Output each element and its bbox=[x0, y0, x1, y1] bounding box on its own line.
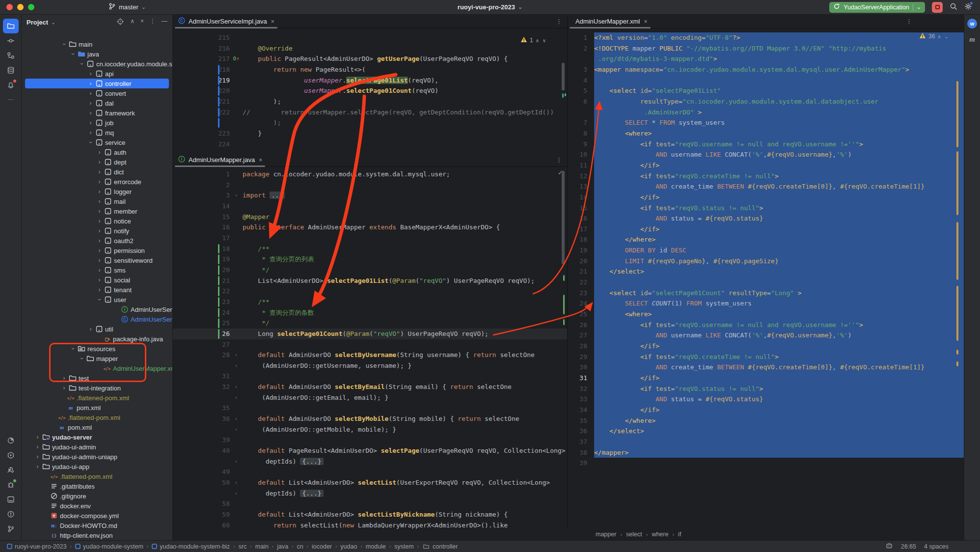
code-line-37[interactable]: 37 bbox=[568, 437, 964, 447]
tree-item-docker-compose-yml[interactable]: Ydocker-compose.yml bbox=[22, 511, 172, 521]
tree-chevron-icon[interactable]: › bbox=[86, 80, 95, 87]
tree-item-adminuserservice[interactable]: IAdminUserService bbox=[22, 304, 172, 314]
tree-chevron-icon[interactable]: › bbox=[86, 90, 95, 97]
status-path-controller[interactable]: controller bbox=[422, 543, 458, 551]
tree-item-java[interactable]: ›java bbox=[22, 49, 172, 59]
tree-item-package-info-java[interactable]: package-info.java bbox=[22, 334, 172, 344]
code-line-wrap[interactable]: ); bbox=[173, 117, 567, 128]
fold-chevron-icon[interactable]: › bbox=[230, 477, 243, 488]
tree-chevron-icon[interactable]: › bbox=[86, 326, 95, 332]
tree-item-yudao-ui-admin-uniapp[interactable]: ›yudao-ui-admin-uniapp bbox=[22, 452, 172, 462]
tree-item-tenant[interactable]: ›tenant bbox=[22, 285, 172, 295]
breadcrumb-mapper[interactable]: mapper bbox=[596, 531, 616, 538]
code-line-15[interactable]: 15 <if test="reqVO.status != null"> bbox=[568, 203, 964, 214]
status-path-system[interactable]: system bbox=[394, 543, 414, 550]
tree-item-sms[interactable]: ›sms bbox=[22, 265, 172, 275]
code-line-31[interactable]: 31 </if> bbox=[568, 373, 964, 384]
vcs-tool-icon[interactable] bbox=[3, 522, 19, 536]
tree-item--gitignore[interactable]: .gitignore bbox=[22, 491, 172, 501]
tree-item-dict[interactable]: ›dict bbox=[22, 167, 172, 177]
tree-chevron-icon[interactable]: › bbox=[95, 218, 104, 224]
code-line-49[interactable]: 49 bbox=[173, 467, 567, 477]
more-options-icon[interactable]: ⋮ bbox=[906, 18, 917, 25]
status-path-src[interactable]: src bbox=[239, 543, 247, 550]
xml-editor[interactable]: 1<?xml version="1.0" encoding="UTF-8"?>2… bbox=[567, 28, 964, 528]
tree-item-service[interactable]: ›service bbox=[22, 138, 172, 147]
tree-item-yudao-ui-app[interactable]: ›yudao-ui-app bbox=[22, 462, 172, 471]
code-line-2[interactable]: 2<!DOCTYPE mapper PUBLIC "-//mybatis.org… bbox=[568, 43, 964, 54]
fold-chevron-icon[interactable]: › bbox=[230, 350, 243, 360]
status-path-yudao[interactable]: yudao bbox=[340, 543, 357, 550]
tree-chevron-icon[interactable]: › bbox=[86, 100, 95, 107]
tree-item-http-client-env-json[interactable]: {}http-client.env.json bbox=[22, 530, 172, 540]
caret-position[interactable]: 26:65 bbox=[901, 543, 916, 550]
more-options-icon[interactable]: ⋮ bbox=[556, 18, 567, 25]
code-line-27[interactable]: 27 bbox=[173, 339, 567, 350]
tree-chevron-icon[interactable]: › bbox=[33, 463, 42, 470]
code-line-220[interactable]: 220 userMapper.selectPage01Count(reqVO) bbox=[173, 85, 567, 96]
code-line-wrap[interactable]: › (AdminUserDO::getMobile, mobile); } bbox=[173, 424, 567, 435]
tab-adminuserserviceimpl-java[interactable]: C AdminUserServiceImpl.java × bbox=[173, 15, 279, 28]
code-line-221[interactable]: 221 ); bbox=[173, 96, 567, 107]
fold-chevron-icon[interactable]: › bbox=[230, 414, 243, 424]
code-line-28[interactable]: 28› default AdminUserDO selectByUsername… bbox=[173, 350, 567, 360]
code-line-36[interactable]: 36› default AdminUserDO selectByMobile(S… bbox=[173, 414, 567, 424]
code-line-27[interactable]: 27 AND username LIKE CONCAT('%',#{reqVO.… bbox=[568, 330, 964, 341]
code-line-16[interactable]: 16 AND status = #{reqVO.status} bbox=[568, 213, 964, 224]
code-line-223[interactable]: 223 } bbox=[173, 128, 567, 139]
tree-item-social[interactable]: ›social bbox=[22, 275, 172, 285]
breadcrumb-select[interactable]: select bbox=[626, 531, 642, 538]
code-line-wrap[interactable]: › (AdminUserDO::getUsername, username); … bbox=[173, 360, 567, 371]
tree-chevron-icon[interactable]: › bbox=[95, 267, 104, 274]
tree-chevron-icon[interactable]: › bbox=[95, 208, 104, 215]
tree-item-mail[interactable]: ›mail bbox=[22, 196, 172, 206]
tree-item-docker-env[interactable]: docker.env bbox=[22, 501, 172, 511]
code-line-wrap[interactable]: .org/dtd/mybatis-3-mapper.dtd"> bbox=[568, 54, 964, 64]
tree-item-mapper[interactable]: ›mapper bbox=[22, 354, 172, 363]
tree-item--gitattributes[interactable]: .gitattributes bbox=[22, 481, 172, 491]
fold-chevron-icon[interactable]: › bbox=[230, 190, 243, 201]
code-line-7[interactable]: 7 SELECT * FROM system_users bbox=[568, 117, 964, 128]
tree-chevron-icon[interactable]: › bbox=[70, 345, 77, 353]
tree-item-logger[interactable]: ›logger bbox=[22, 187, 172, 196]
code-line-wrap[interactable]: › deptIds) {...} bbox=[173, 456, 567, 467]
tree-item-notify[interactable]: ›notify bbox=[22, 226, 172, 236]
tree-chevron-icon[interactable]: › bbox=[95, 276, 104, 283]
code-line-wrap[interactable]: .AdminUserDO" > bbox=[568, 107, 964, 118]
tab-adminusermapper-java[interactable]: I AdminUserMapper.java × bbox=[173, 153, 267, 167]
fold-chevron-icon[interactable]: › bbox=[230, 424, 243, 435]
code-line-217[interactable]: 217O↑ public PageResult<AdminUserDO> get… bbox=[173, 54, 567, 64]
tree-chevron-icon[interactable]: › bbox=[96, 296, 103, 304]
more-options-icon[interactable]: ⋮ bbox=[556, 156, 567, 164]
tree-item-member[interactable]: ›member bbox=[22, 206, 172, 216]
problems-tool-icon[interactable] bbox=[3, 507, 19, 522]
more-tool-icon[interactable]: ⋯ bbox=[3, 92, 19, 107]
services-tool-icon[interactable] bbox=[3, 448, 19, 463]
indent-style[interactable]: 4 spaces bbox=[924, 543, 949, 550]
tree-item-mq[interactable]: ›mq bbox=[22, 128, 172, 138]
code-line-19[interactable]: 19 ORDER BY id DESC bbox=[568, 245, 964, 256]
code-line-24[interactable]: 24 SELECT COUNT(1) FROM system_users bbox=[568, 298, 964, 309]
code-line-17[interactable]: 17 bbox=[173, 233, 567, 244]
tree-chevron-icon[interactable]: › bbox=[86, 70, 95, 77]
code-line-wrap[interactable]: › (AdminUserDO::getEmail, email); } bbox=[173, 392, 567, 403]
database-tool-icon[interactable] bbox=[3, 63, 19, 78]
tree-chevron-icon[interactable]: › bbox=[95, 247, 104, 254]
tree-chevron-icon[interactable]: › bbox=[33, 453, 42, 460]
tree-chevron-icon[interactable]: › bbox=[95, 237, 104, 244]
bottom-editor[interactable]: 1package cn.iocoder.yudao.module.system.… bbox=[173, 167, 567, 540]
tree-item-resources[interactable]: ›resources bbox=[22, 344, 172, 354]
tree-item--flattened-pom-xml[interactable]: </>.flattened-pom.xml bbox=[22, 471, 172, 481]
tab-adminusermapper-xml[interactable]: AdminUserMapper.xml × bbox=[568, 15, 653, 28]
fold-chevron-icon[interactable]: › bbox=[230, 488, 243, 499]
project-tool-icon[interactable] bbox=[3, 19, 19, 33]
code-line-222[interactable]: 222// return userMapper.selectPage(reqVO… bbox=[173, 107, 567, 118]
code-line-6[interactable]: 6 resultType="cn.iocoder.yudao.module.sy… bbox=[568, 96, 964, 107]
tree-item-errorcode[interactable]: ›errorcode bbox=[22, 177, 172, 187]
code-line-25[interactable]: 25 */ bbox=[173, 318, 567, 329]
tree-chevron-icon[interactable]: › bbox=[86, 110, 95, 116]
build-tool-icon[interactable] bbox=[3, 463, 19, 477]
code-line-24[interactable]: 24 * 查询分页的条数 bbox=[173, 307, 567, 318]
tree-item-job[interactable]: ›job bbox=[22, 118, 172, 128]
fold-chevron-icon[interactable]: › bbox=[230, 360, 243, 371]
